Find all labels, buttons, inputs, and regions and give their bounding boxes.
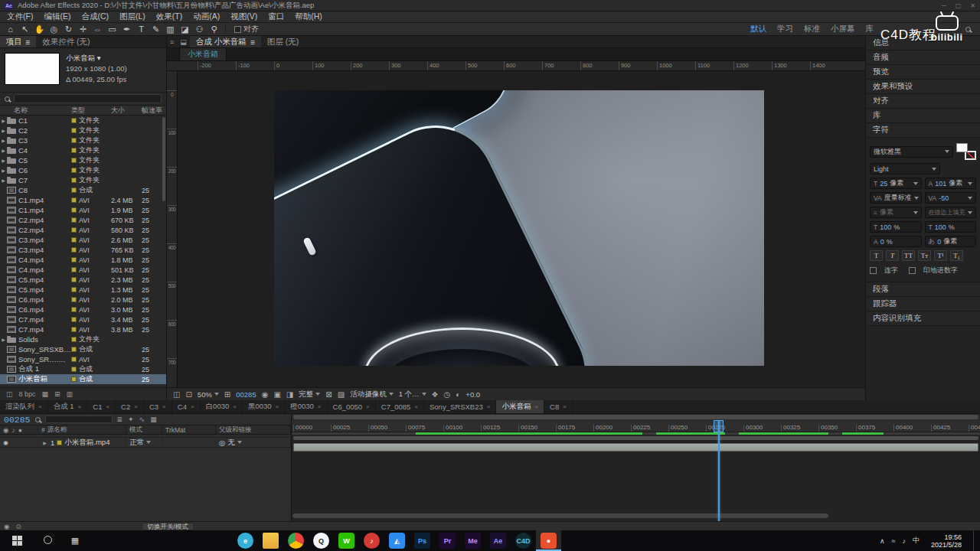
shy-icon[interactable]: ✦ [128,416,134,423]
menu-item[interactable]: 合成(C) [76,11,114,22]
label-color-swatch[interactable] [71,138,77,143]
stroke-style-select[interactable]: 在描边上填充 [925,207,977,218]
taskbar-app-button[interactable]: ◭ [384,530,410,551]
close-tab-icon[interactable]: × [563,403,567,410]
twirl-icon[interactable]: ▶ [0,178,7,183]
composition-image[interactable] [274,90,764,366]
home-tool-icon[interactable]: ⌂ [3,23,18,35]
label-color-swatch[interactable] [71,267,77,272]
project-item-row[interactable]: ▶ C6 文件夹 [0,165,166,175]
panel-header[interactable]: 对齐 [866,94,980,109]
current-time-field[interactable]: 00285 [4,415,31,425]
network-icon[interactable]: ≈ [892,537,896,545]
project-item-row[interactable]: C7.mp4 AVI 3.4 MB 25 [0,315,166,324]
twirl-icon[interactable]: ▶ [0,118,7,123]
layer-visibility-icon[interactable]: ◉ [3,439,8,446]
project-item-row[interactable]: C4.mp4 AVI 1.8 MB 25 [0,255,166,265]
label-color-swatch[interactable] [71,158,77,163]
timeline-comp-tab[interactable]: Sony_SRSXB23 × [424,400,496,413]
project-item-row[interactable]: C5.mp4 AVI 1.3 MB 25 [0,285,166,295]
layer-label-color[interactable] [57,440,62,445]
taskbar-app-button[interactable]: Ps [410,530,435,551]
project-item-row[interactable]: C3.mp4 AVI 2.6 MB 25 [0,235,166,245]
label-color-swatch[interactable] [71,377,77,382]
label-color-swatch[interactable] [71,297,77,302]
primary-viewer-icon[interactable]: ⊡ [185,390,191,399]
current-frame[interactable]: 00285 [236,390,256,399]
baseline-shift-field[interactable]: A 0 % [870,236,922,247]
tab-effect-controls[interactable]: 效果控件 (无) [36,36,96,47]
workspace-tab[interactable]: 默认 [750,24,766,34]
layer-name-cell[interactable]: ▶ 1 小米音箱.mp4 [38,438,126,447]
new-composition-icon[interactable]: ⊞ [54,390,60,398]
pan-behind-tool-icon[interactable]: ⇔ [90,23,105,35]
menu-item[interactable]: 图层(L) [114,11,151,22]
ime-indicator[interactable]: 中 [913,536,920,546]
project-item-row[interactable]: ▶ C3 文件夹 [0,135,166,145]
panel-header[interactable]: 效果和预设 [866,80,980,94]
vertical-scale-field[interactable]: T 100 % [870,221,922,233]
taskbar-app-button[interactable]: Pr [435,530,460,551]
project-item-row[interactable]: ▶ C1 文件夹 [0,116,166,126]
motion-blur-icon[interactable]: ▦ [150,416,157,423]
faux-style-button[interactable]: T [870,250,883,261]
project-item-row[interactable]: C3.mp4 AVI 765 KB 25 [0,245,166,255]
cortana-search-button[interactable] [34,536,61,546]
twirl-icon[interactable]: ▶ [0,337,7,342]
timeline-comp-tab[interactable]: 渲染队列 × [0,400,48,413]
parent-link-column[interactable]: 父级和链接 [216,425,291,434]
project-item-row[interactable]: Sony_SR….mp4 AVI 25 [0,354,166,364]
brush-tool-icon[interactable]: ✎ [149,23,163,35]
shape-tool-icon[interactable]: ▭ [105,23,119,35]
project-item-row[interactable]: C6.mp4 AVI 3.0 MB 25 [0,305,166,315]
menu-item[interactable]: 文件(F) [2,11,38,22]
ligatures-checkbox[interactable] [870,267,877,274]
layer-mode-select[interactable]: 正常 [126,438,162,447]
label-color-swatch[interactable] [71,367,77,372]
live-update-icon[interactable]: ◉ [4,523,9,530]
project-item-row[interactable]: 合成 1 合成 25 [0,364,166,374]
draft-icon[interactable]: ⊙ [15,523,21,530]
timeline-search-input[interactable] [45,416,113,423]
color-depth-button[interactable]: 8 bpc [19,390,36,398]
label-color-swatch[interactable] [71,277,77,282]
faux-style-button[interactable]: Tᴛ [918,250,931,261]
faux-style-button[interactable]: T¹ [934,250,947,261]
tracking-value[interactable]: -50 [939,194,949,202]
layer-row[interactable]: ◉ ▶ 1 小米音箱.mp4 正常 ◎ 无 [0,437,291,448]
timeline-comp-tab[interactable]: C2 × [116,400,144,413]
work-area-bar[interactable] [293,436,978,440]
taskbar-app-button[interactable]: W [334,530,359,551]
twirl-icon[interactable]: ▶ [0,138,7,143]
close-tab-icon[interactable]: × [162,403,166,410]
trkmat-column[interactable]: TrkMat [162,425,216,434]
timeline-comp-tab[interactable]: C4 × [172,400,201,413]
taskbar-app-button[interactable]: e [233,530,258,551]
pen-tool-icon[interactable]: ✒ [119,23,134,35]
text-color-swatch[interactable] [956,143,976,160]
faux-style-button[interactable]: T₁ [950,250,963,261]
project-item-row[interactable]: C1.mp4 AVI 2.4 MB 25 [0,195,166,205]
transparency-grid-icon[interactable]: ▨ [338,390,345,399]
workspace-tab[interactable]: 学习 [777,24,793,34]
volume-icon[interactable]: ♪ [902,537,906,545]
panel-header[interactable]: 库 [866,109,980,123]
horizontal-scale-value[interactable]: 100 [935,223,946,231]
column-size[interactable]: 大小 [111,106,142,116]
timeline-comp-tab[interactable]: 小米音箱 × [496,400,544,413]
project-item-row[interactable]: ▶ C4 文件夹 [0,145,166,155]
timeline-comp-tab[interactable]: C8 × [544,400,573,413]
project-item-row[interactable]: C1.mp4 AVI 1.9 MB 25 [0,205,166,215]
label-color-swatch[interactable] [71,207,77,213]
project-item-row[interactable]: C5.mp4 AVI 2.3 MB 25 [0,275,166,285]
close-tab-icon[interactable]: × [233,403,237,410]
hidden-icons-button[interactable]: ∧ [880,537,885,545]
label-color-swatch[interactable] [71,168,77,173]
timeline-comp-tab[interactable]: C3 × [144,400,172,413]
twirl-icon[interactable]: ▶ [0,168,7,173]
delete-icon[interactable]: ▥ [67,390,74,398]
label-color-swatch[interactable] [71,187,77,193]
frame-blend-icon[interactable]: ∿ [139,416,145,423]
channels-icon[interactable]: ◨ [286,390,293,399]
taskbar-app-button[interactable] [258,530,283,551]
